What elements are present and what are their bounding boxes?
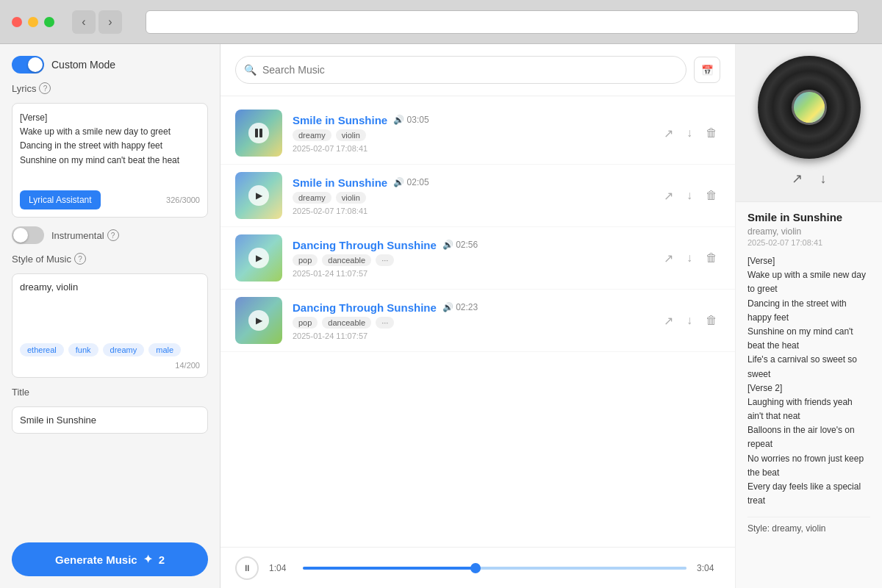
- track-tag: pop: [293, 254, 318, 266]
- track-tag: danceable: [322, 254, 371, 266]
- right-panel: ↗ ↓ Smile in Sunshine dreamy, violin 202…: [735, 44, 882, 588]
- close-button[interactable]: [12, 17, 22, 27]
- track-tag: violin: [336, 192, 366, 204]
- player-bar: ⏸ 1:04 3:04: [220, 547, 735, 588]
- detail-share-button[interactable]: ↗: [789, 168, 806, 190]
- detail-title: Smile in Sunshine: [747, 211, 870, 223]
- track-item[interactable]: ▶ Smile in Sunshine 🔊 02:05 dreamy violi…: [220, 165, 735, 227]
- tracks-list: Smile in Sunshine 🔊 03:05 dreamy violin …: [220, 96, 735, 547]
- track-item[interactable]: Smile in Sunshine 🔊 03:05 dreamy violin …: [220, 102, 735, 165]
- track-title-row: Dancing Through Sunshine 🔊 02:23: [293, 301, 650, 314]
- left-panel: Custom Mode Lyrics ? [Verse] Wake up wit…: [0, 44, 220, 588]
- vinyl-record: [758, 56, 861, 159]
- style-help-icon[interactable]: ?: [74, 253, 86, 265]
- track-tag: dreamy: [293, 129, 331, 141]
- style-tags: ethereal funk dreamy male: [20, 343, 200, 356]
- track-duration: 🔊 03:05: [393, 115, 429, 125]
- track-info: Dancing Through Sunshine 🔊 02:56 pop dan…: [293, 239, 650, 278]
- instrumental-toggle[interactable]: [12, 226, 44, 244]
- instrumental-help-icon[interactable]: ?: [107, 229, 119, 241]
- track-tag-more: ···: [376, 254, 394, 266]
- instrumental-row: Instrumental ?: [12, 226, 208, 244]
- delete-button[interactable]: 🗑: [703, 186, 720, 205]
- share-button[interactable]: ↗: [661, 123, 676, 143]
- track-name: Smile in Sunshine: [293, 114, 387, 126]
- vinyl-section: ↗ ↓: [736, 44, 882, 201]
- calendar-button[interactable]: 📅: [694, 57, 720, 83]
- lyrical-assistant-button[interactable]: Lyrical Assistant: [20, 190, 101, 209]
- style-tag-ethereal[interactable]: ethereal: [20, 343, 64, 356]
- track-tag-more: ···: [376, 317, 394, 329]
- style-tag-dreamy[interactable]: dreamy: [103, 343, 145, 356]
- track-tags: dreamy violin: [293, 192, 650, 204]
- track-actions: ↗ ↓ 🗑: [661, 186, 720, 206]
- titlebar: ‹ ›: [0, 0, 882, 44]
- delete-button[interactable]: 🗑: [703, 123, 720, 143]
- player-progress-track[interactable]: [303, 567, 686, 570]
- track-actions: ↗ ↓ 🗑: [661, 248, 720, 268]
- maximize-button[interactable]: [44, 17, 54, 27]
- style-input[interactable]: dreamy, violin: [20, 282, 200, 299]
- track-item[interactable]: ▶ Dancing Through Sunshine 🔊 02:56 pop d…: [220, 227, 735, 290]
- track-tag: violin: [336, 129, 366, 141]
- share-button[interactable]: ↗: [661, 248, 676, 268]
- search-wrapper: 🔍: [235, 56, 686, 84]
- track-thumbnail: ▶: [235, 297, 282, 344]
- style-tag-funk[interactable]: funk: [68, 343, 98, 356]
- style-char-count: 14/200: [175, 361, 200, 370]
- track-tags: pop danceable ···: [293, 317, 650, 329]
- lyrics-section-label: Lyrics ?: [12, 82, 208, 94]
- download-button[interactable]: ↓: [684, 123, 695, 143]
- delete-button[interactable]: 🗑: [703, 311, 720, 330]
- track-title-row: Smile in Sunshine 🔊 02:05: [293, 176, 650, 189]
- track-duration: 🔊 02:23: [442, 302, 478, 312]
- generate-music-icon: ✦: [143, 553, 153, 566]
- search-input[interactable]: [235, 56, 686, 84]
- custom-mode-toggle[interactable]: [12, 56, 44, 74]
- lyrics-text[interactable]: [Verse] Wake up with a smile new day to …: [20, 111, 200, 184]
- track-date: 2025-01-24 11:07:57: [293, 269, 650, 278]
- center-panel: 🔍 📅 Smile in Sunshine 🔊: [220, 44, 735, 588]
- address-bar[interactable]: [146, 10, 858, 34]
- lyrics-footer: Lyrical Assistant 326/3000: [20, 190, 200, 209]
- track-title-row: Smile in Sunshine 🔊 03:05: [293, 114, 650, 126]
- download-button[interactable]: ↓: [684, 311, 695, 330]
- download-button[interactable]: ↓: [684, 186, 695, 205]
- custom-mode-row: Custom Mode: [12, 56, 208, 74]
- track-tag: pop: [293, 317, 318, 329]
- track-tags: dreamy violin: [293, 129, 650, 141]
- player-progress-thumb[interactable]: [470, 563, 481, 573]
- nav-buttons: ‹ ›: [72, 10, 122, 34]
- download-button[interactable]: ↓: [684, 248, 695, 268]
- track-thumbnail: ▶: [235, 234, 282, 282]
- detail-download-button[interactable]: ↓: [817, 168, 830, 190]
- player-current-time: 1:04: [269, 563, 293, 573]
- title-input[interactable]: Smile in Sunshine: [12, 406, 208, 434]
- delete-button[interactable]: 🗑: [703, 248, 720, 268]
- style-box: dreamy, violin ethereal funk dreamy male…: [12, 273, 208, 378]
- nav-forward-button[interactable]: ›: [98, 10, 122, 34]
- track-duration: 🔊 02:56: [442, 240, 478, 250]
- detail-date: 2025-02-07 17:08:41: [747, 238, 870, 247]
- lyrics-help-icon[interactable]: ?: [39, 82, 51, 94]
- style-tag-male[interactable]: male: [148, 343, 181, 356]
- track-actions: ↗ ↓ 🗑: [661, 311, 720, 331]
- minimize-button[interactable]: [28, 17, 38, 27]
- track-item[interactable]: ▶ Dancing Through Sunshine 🔊 02:23 pop d…: [220, 290, 735, 352]
- track-tag: dreamy: [293, 192, 331, 204]
- share-button[interactable]: ↗: [661, 311, 676, 331]
- track-tag: danceable: [322, 317, 371, 329]
- nav-back-button[interactable]: ‹: [72, 10, 96, 34]
- share-button[interactable]: ↗: [661, 186, 676, 206]
- generate-music-button[interactable]: Generate Music ✦ 2: [12, 542, 208, 576]
- track-name: Dancing Through Sunshine: [293, 239, 437, 251]
- track-date: 2025-01-24 11:07:57: [293, 331, 650, 340]
- play-icon: ▶: [248, 310, 269, 331]
- track-thumbnail: [235, 110, 282, 157]
- calendar-icon: 📅: [701, 65, 714, 76]
- track-info: Dancing Through Sunshine 🔊 02:23 pop dan…: [293, 301, 650, 340]
- track-date: 2025-02-07 17:08:41: [293, 207, 650, 215]
- play-icon: ▶: [248, 248, 269, 268]
- player-pause-button[interactable]: ⏸: [235, 556, 259, 580]
- detail-style-footer: Style: dreamy, violin: [747, 517, 870, 534]
